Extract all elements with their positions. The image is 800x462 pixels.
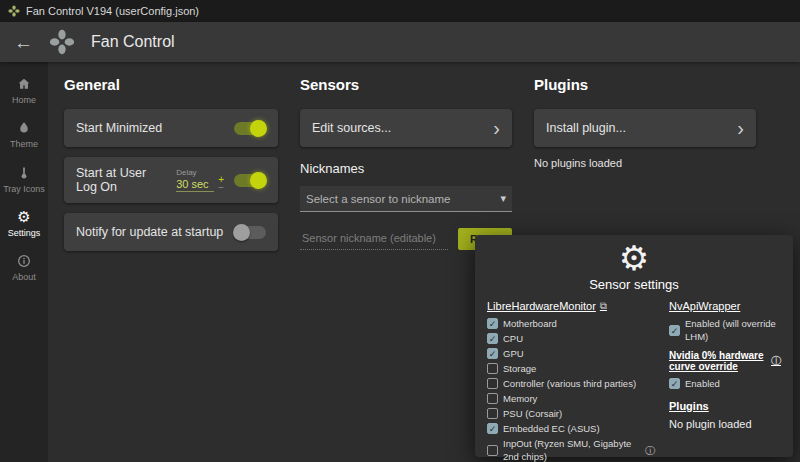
general-section: General Start Minimized Start at User Lo…: [64, 74, 278, 462]
nicknames-heading: Nicknames: [300, 161, 512, 176]
edit-sources-label: Edit sources...: [312, 121, 391, 135]
checkbox-row[interactable]: PSU (Corsair): [487, 407, 655, 420]
info-icon[interactable]: ⓘ: [645, 444, 655, 457]
sidebar-item-theme[interactable]: Theme: [0, 112, 48, 156]
nvapi-heading: NvApiWrapper: [669, 300, 740, 312]
nvapi-enabled-lhm-checkbox: ✓Enabled (will override LHM): [669, 317, 781, 343]
checkbox[interactable]: ✓: [669, 325, 680, 336]
notify-update-toggle[interactable]: [234, 226, 266, 239]
checkbox-label: Enabled: [685, 377, 720, 390]
checkbox-row[interactable]: ✓GPU: [487, 347, 655, 360]
checkbox-row[interactable]: Controller (various third parties): [487, 377, 655, 390]
caret-down-icon: ▾: [500, 192, 506, 205]
checkbox[interactable]: [487, 363, 498, 374]
delay-value[interactable]: 30 sec: [176, 177, 214, 192]
checkbox-label: Enabled (will override LHM): [685, 317, 781, 343]
sensor-select-placeholder: Select a sensor to nickname: [306, 193, 450, 205]
toggle-knob: [250, 172, 267, 189]
checkbox-row[interactable]: Memory: [487, 392, 655, 405]
chevron-right-icon: ›: [737, 118, 744, 138]
start-at-logon-label: Start at User Log On: [76, 166, 168, 194]
thermometer-icon: [16, 165, 32, 181]
settings-page: General Start Minimized Start at User Lo…: [48, 62, 800, 462]
checkbox[interactable]: ✓: [669, 378, 680, 389]
checkbox-label: GPU: [503, 347, 524, 360]
checkbox-row[interactable]: Storage: [487, 362, 655, 375]
title-bar: Fan Control V194 (userConfig.json): [0, 0, 800, 22]
back-button[interactable]: ←: [14, 33, 33, 52]
general-heading: General: [64, 76, 278, 93]
theme-icon: [16, 120, 32, 136]
app-header: ← Fan Control: [0, 22, 800, 62]
page-title: Fan Control: [91, 33, 175, 51]
checkbox-row[interactable]: ✓Enabled: [669, 377, 781, 390]
checkbox-row[interactable]: ✓Enabled (will override LHM): [669, 317, 781, 343]
copy-icon[interactable]: ⧉: [600, 300, 607, 312]
checkbox-label: Controller (various third parties): [503, 377, 636, 390]
checkbox-label: Motherboard: [503, 317, 557, 330]
nvidia-curve-override-link[interactable]: Nvidia 0% hardware curve override ⓘ: [669, 350, 781, 372]
chevron-right-icon: ›: [493, 118, 500, 138]
start-at-logon-toggle[interactable]: [234, 174, 266, 187]
checkbox-label: Memory: [503, 392, 537, 405]
sidebar-item-settings[interactable]: ⚙ Settings: [0, 201, 48, 245]
sidebar-item-about[interactable]: About: [0, 245, 48, 289]
checkbox[interactable]: [487, 378, 498, 389]
checkbox-label: Embedded EC (ASUS): [503, 422, 600, 435]
sidebar-item-home[interactable]: Home: [0, 68, 48, 112]
checkbox[interactable]: ✓: [487, 348, 498, 359]
delay-decrement-button[interactable]: −: [218, 184, 224, 192]
checkbox[interactable]: ✓: [487, 318, 498, 329]
sidebar-item-label: Tray Icons: [3, 184, 45, 194]
sensors-heading: Sensors: [300, 76, 512, 93]
lhm-heading: LibreHardwareMonitor: [487, 300, 596, 312]
checkbox-row[interactable]: InpOut (Ryzen SMU, Gigabyte 2nd chips)ⓘ: [487, 437, 655, 462]
checkbox[interactable]: [487, 408, 498, 419]
sidebar: Home Theme Tray Icons ⚙ Settings About: [0, 62, 48, 462]
delay-spinner: Delay 30 sec + −: [176, 168, 224, 192]
checkbox-label: InpOut (Ryzen SMU, Gigabyte 2nd chips): [503, 437, 640, 462]
start-at-logon-card: Start at User Log On Delay 30 sec + −: [64, 157, 278, 203]
dialog-title: Sensor settings: [487, 277, 781, 292]
edit-sources-button[interactable]: Edit sources... ›: [300, 109, 512, 147]
nvapi-enabled-checkbox: ✓Enabled: [669, 377, 781, 390]
checkbox-label: PSU (Corsair): [503, 407, 562, 420]
start-minimized-card: Start Minimized: [64, 109, 278, 147]
notify-update-label: Notify for update at startup: [76, 225, 223, 239]
plugins-status: No plugins loaded: [534, 157, 756, 169]
toggle-knob: [250, 120, 267, 137]
home-icon: [16, 76, 32, 92]
sensor-settings-dialog: ⚙ Sensor settings LibreHardwareMonitor ⧉…: [475, 235, 793, 457]
checkbox-row[interactable]: ✓CPU: [487, 332, 655, 345]
start-minimized-label: Start Minimized: [76, 121, 162, 135]
dialog-plugins-status: No plugin loaded: [669, 418, 781, 430]
plugins-heading: Plugins: [534, 76, 756, 93]
info-icon[interactable]: ⓘ: [771, 354, 781, 368]
install-plugin-button[interactable]: Install plugin... ›: [534, 109, 756, 147]
checkbox[interactable]: ✓: [487, 423, 498, 434]
sidebar-item-label: About: [12, 272, 36, 282]
info-icon: [16, 253, 32, 269]
checkbox[interactable]: ✓: [487, 333, 498, 344]
checkbox[interactable]: [487, 445, 498, 456]
dialog-plugins-heading: Plugins: [669, 400, 709, 412]
sidebar-item-tray-icons[interactable]: Tray Icons: [0, 157, 48, 201]
sensor-select-dropdown[interactable]: Select a sensor to nickname ▾: [300, 186, 512, 212]
nickname-input[interactable]: Sensor nickname (editable): [300, 229, 448, 250]
sidebar-item-label: Settings: [8, 228, 41, 238]
checkbox-row[interactable]: ✓Motherboard: [487, 317, 655, 330]
window-title: Fan Control V194 (userConfig.json): [26, 5, 199, 17]
checkbox[interactable]: [487, 393, 498, 404]
gear-icon: ⚙: [17, 209, 30, 225]
checkbox-label: CPU: [503, 332, 523, 345]
checkbox-row[interactable]: ✓Embedded EC (ASUS): [487, 422, 655, 435]
notify-update-card: Notify for update at startup: [64, 213, 278, 251]
sidebar-item-label: Home: [12, 95, 36, 105]
nvapi-column: NvApiWrapper ✓Enabled (will override LHM…: [669, 300, 781, 462]
gear-icon: ⚙: [487, 239, 781, 277]
checkbox-label: Storage: [503, 362, 536, 375]
start-minimized-toggle[interactable]: [234, 122, 266, 135]
lhm-checkbox-list: ✓Motherboard✓CPU✓GPUStorageController (v…: [487, 317, 655, 462]
delay-label: Delay: [176, 168, 214, 177]
install-plugin-label: Install plugin...: [546, 121, 626, 135]
